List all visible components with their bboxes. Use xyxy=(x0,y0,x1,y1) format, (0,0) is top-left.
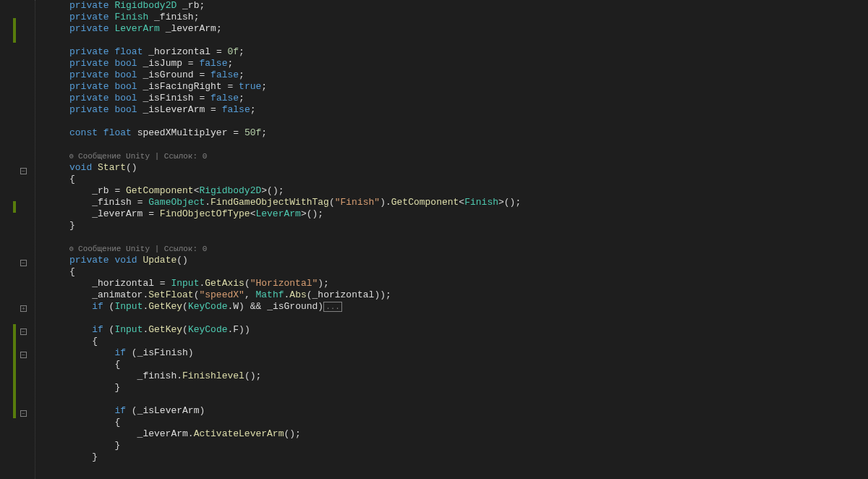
token-op: ; xyxy=(227,58,233,69)
token-kw: bool xyxy=(114,58,137,69)
code-line[interactable]: _leverArm = FindObjectOfType<LeverArm>()… xyxy=(49,208,868,220)
code-line[interactable] xyxy=(49,139,868,151)
token-id2: _rb xyxy=(182,0,199,11)
code-line[interactable]: if (Input.GetKey(KeyCode.F)) xyxy=(49,324,868,336)
code-line[interactable]: _finish.Finishlevel(); xyxy=(49,370,868,382)
token-fn: Start xyxy=(98,162,126,173)
token-op: { xyxy=(69,174,75,185)
token-kw: bool xyxy=(114,69,137,80)
token-id2: _finish xyxy=(69,197,132,208)
token-op: = xyxy=(109,185,126,196)
code-line[interactable]: const float speedXMultiplyer = 50f; xyxy=(49,127,868,139)
token-id2: _isGround xyxy=(267,301,318,312)
fold-button[interactable]: − xyxy=(20,410,27,417)
code-line[interactable]: { xyxy=(49,174,868,185)
code-line[interactable]: private float _horizontal = 0f; xyxy=(49,46,868,58)
code-line[interactable]: _animator.SetFloat("speedX", Mathf.Abs(_… xyxy=(49,289,868,301)
code-line[interactable]: private bool _isFacingRight = true; xyxy=(49,81,868,93)
code-line[interactable]: _horizontal = Input.GetAxis("Horizontal"… xyxy=(49,278,868,289)
token-id2: _isGround xyxy=(142,69,193,80)
code-line[interactable] xyxy=(49,313,868,324)
token-kw: if xyxy=(69,301,103,312)
token-kw: if xyxy=(69,324,103,335)
token-op: ; xyxy=(199,0,205,11)
token-kw: private xyxy=(69,69,109,80)
fold-button[interactable]: − xyxy=(20,168,27,174)
code-line[interactable]: } xyxy=(49,440,868,452)
token-fn: Finishlevel xyxy=(182,370,244,381)
change-marker xyxy=(13,18,16,43)
token-kw: const xyxy=(69,127,98,138)
code-line[interactable]: _leverArm.ActivateLeverArm(); xyxy=(49,428,868,440)
codelens-hint[interactable]: Сообщение Unity | Ссылок: 0 xyxy=(78,245,207,253)
code-line[interactable]: if (Input.GetKey(KeyCode.W) && _isGround… xyxy=(49,301,868,313)
token-id2: _finish xyxy=(69,370,176,381)
token-op: = xyxy=(182,58,199,69)
token-kw: false xyxy=(222,104,250,115)
token-op: ( xyxy=(103,301,115,312)
code-editor-content[interactable]: private Rigidbody2D _rb;private Finish _… xyxy=(49,0,868,479)
token-op: ). xyxy=(380,197,391,208)
token-kw: private xyxy=(69,255,109,266)
code-line[interactable]: } xyxy=(49,220,868,232)
token-str: "Horizontal" xyxy=(250,278,318,289)
token-op: ; xyxy=(194,12,200,22)
token-op: ) && xyxy=(239,301,267,312)
token-kw: private xyxy=(69,93,109,103)
token-op: { xyxy=(69,266,75,277)
code-line[interactable]: private Rigidbody2D _rb; xyxy=(49,0,868,12)
code-line[interactable] xyxy=(49,116,868,127)
token-op: = xyxy=(142,208,159,219)
fold-button[interactable]: − xyxy=(20,260,27,266)
token-id2: _rb xyxy=(69,185,109,196)
token-op: ) xyxy=(318,301,323,312)
token-op: () xyxy=(126,162,137,173)
code-line[interactable]: private bool _isGround = false; xyxy=(49,69,868,81)
code-line[interactable]: private LeverArm _leverArm; xyxy=(49,23,868,35)
token-op: (); xyxy=(244,370,261,381)
token-op: { xyxy=(69,417,120,428)
code-line[interactable]: { xyxy=(49,266,868,278)
token-type: KeyCode xyxy=(188,324,228,335)
change-marker xyxy=(13,201,16,213)
code-line[interactable] xyxy=(49,394,868,405)
code-line[interactable] xyxy=(49,232,868,243)
token-op: = xyxy=(132,197,148,208)
token-op: = xyxy=(210,46,227,57)
token-op: ; xyxy=(239,46,244,57)
token-op: ( xyxy=(307,289,312,300)
code-line[interactable]: } xyxy=(49,452,868,463)
collapsed-region[interactable]: ... xyxy=(323,302,342,312)
token-op: >(); xyxy=(301,208,323,219)
token-id2: W xyxy=(233,301,239,312)
token-op: . xyxy=(205,197,210,208)
token-type: Input xyxy=(114,301,142,312)
codelens-hint[interactable]: Сообщение Unity | Ссылок: 0 xyxy=(78,152,207,161)
token-id2: _finish xyxy=(154,12,194,22)
code-line[interactable]: private bool _isLeverArm = false; xyxy=(49,104,868,116)
code-line[interactable]: _rb = GetComponent<Rigidbody2D>(); xyxy=(49,185,868,197)
code-line[interactable]: } xyxy=(49,382,868,394)
token-fn: Abs xyxy=(289,289,306,300)
code-line[interactable]: if (_isLeverArm) xyxy=(49,405,868,417)
code-line[interactable] xyxy=(49,35,868,46)
code-line[interactable]: void Start() xyxy=(49,162,868,174)
code-line[interactable]: { xyxy=(49,417,868,428)
token-kw: float xyxy=(103,127,132,138)
code-line[interactable]: private bool _isJump = false; xyxy=(49,58,868,69)
token-fn: GetComponent xyxy=(391,197,459,208)
code-line[interactable]: _finish = GameObject.FindGameObjectWithT… xyxy=(49,197,868,208)
code-line[interactable]: { xyxy=(49,336,868,347)
code-line[interactable]: private Finish _finish; xyxy=(49,12,868,23)
code-line[interactable]: { xyxy=(49,359,868,370)
code-line[interactable]: ⚙ Сообщение Unity | Ссылок: 0 xyxy=(49,243,868,255)
fold-button[interactable]: + xyxy=(20,305,27,312)
code-line[interactable]: ⚙ Сообщение Unity | Ссылок: 0 xyxy=(49,151,868,162)
code-line[interactable]: private bool _isFinish = false; xyxy=(49,93,868,104)
fold-button[interactable]: − xyxy=(20,328,27,335)
code-line[interactable]: if (_isFinish) xyxy=(49,347,868,359)
token-fn: FindObjectOfType xyxy=(160,208,250,219)
code-line[interactable]: private void Update() xyxy=(49,255,868,266)
fold-button[interactable]: − xyxy=(20,352,27,358)
token-id2: F xyxy=(233,324,239,335)
